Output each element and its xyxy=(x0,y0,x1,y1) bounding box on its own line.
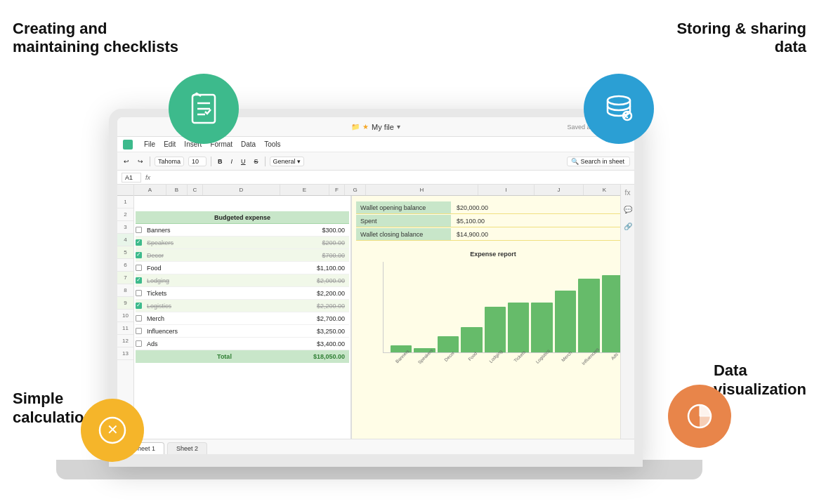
undo-btn[interactable]: ↩ xyxy=(122,157,131,166)
total-amount: $18,050.00 xyxy=(313,353,349,360)
toolbar-sep-3 xyxy=(265,157,266,166)
font-selector[interactable]: Tahoma xyxy=(155,157,184,166)
expense-checkbox[interactable] xyxy=(136,290,142,296)
expense-row: Food$1,100.00 xyxy=(136,262,349,274)
row-11: 11 xyxy=(117,322,133,335)
file-name-area: 📁 ★ My file ▾ xyxy=(351,123,400,131)
chart-container: Expense report $0 $1,000 $2,000 $3,000 $… xyxy=(356,248,630,362)
expense-amount: $300.00 xyxy=(322,227,349,234)
app-logo xyxy=(123,140,133,150)
expense-label: Logistics xyxy=(144,303,317,310)
grid-content: Budgeted expense Banners$300.00Speakers$… xyxy=(134,196,634,454)
expense-checkbox[interactable] xyxy=(136,277,142,284)
pie-chart-icon xyxy=(683,400,716,432)
expense-checkbox[interactable] xyxy=(136,340,142,347)
wallet-value: $20,000.00 xyxy=(451,204,494,211)
expense-amount: $3,400.00 xyxy=(317,340,349,347)
wallet-value: $14,900.00 xyxy=(451,231,494,238)
sidebar-share-icon: 🔗 xyxy=(623,221,633,231)
menu-file[interactable]: File xyxy=(144,140,155,148)
expense-label: Lodging xyxy=(144,277,317,284)
expense-label: Merch xyxy=(144,315,317,322)
wallet-label: Wallet closing balance xyxy=(356,228,451,240)
expense-row: Banners$300.00 xyxy=(136,224,349,237)
expense-row: Lodging$2,000.00 xyxy=(136,274,349,287)
expense-amount: $2,700.00 xyxy=(317,315,349,322)
expense-panel: Budgeted expense Banners$300.00Speakers$… xyxy=(134,196,352,454)
bold-btn[interactable]: B xyxy=(216,157,225,166)
expense-amount: $2,000.00 xyxy=(317,277,349,284)
row-5: 5 xyxy=(117,246,133,259)
toolbar-sep-2 xyxy=(211,157,211,166)
laptop-screen: 📁 ★ My file ▾ Saved at File Edit Insert … xyxy=(117,117,634,454)
expense-amount: $2,200.00 xyxy=(317,303,349,310)
expense-label: Food xyxy=(144,265,317,272)
col-e: E xyxy=(280,185,329,195)
chart-x-labels: BannersSpeakersDecorFoodLodgingTicketsLo… xyxy=(383,353,630,359)
sidebar-comment-icon: 💬 xyxy=(623,204,633,214)
font-size-selector[interactable]: 10 xyxy=(188,157,207,166)
row-1: 1 xyxy=(117,196,133,208)
formula-bar: A1 fx xyxy=(117,171,634,185)
wallet-row: Spent$5,100.00 xyxy=(356,215,630,227)
expense-checkbox[interactable] xyxy=(136,265,142,271)
expense-checkbox[interactable] xyxy=(136,328,142,334)
wallet-rows: Wallet opening balance$20,000.00Spent$5,… xyxy=(356,201,630,241)
expense-amount: $2,200.00 xyxy=(317,290,349,297)
col-h: H xyxy=(366,185,478,195)
chart-bar xyxy=(485,307,506,352)
row-4: 4 xyxy=(117,234,133,246)
cell-reference[interactable]: A1 xyxy=(122,173,141,183)
menu-tools[interactable]: Tools xyxy=(264,140,280,148)
expense-amount: $3,250.00 xyxy=(317,328,349,335)
data-visualization-label: Data visualization xyxy=(714,362,806,399)
col-k: K xyxy=(584,185,626,195)
expense-checkbox[interactable] xyxy=(136,239,142,246)
col-j: J xyxy=(535,185,584,195)
storing-sharing-label: Storing & sharing data xyxy=(676,20,806,57)
italic-btn[interactable]: I xyxy=(229,157,235,166)
total-row: Total $18,050.00 xyxy=(136,350,349,363)
chart-bar xyxy=(578,279,599,352)
expense-header: Budgeted expense xyxy=(136,211,349,224)
expense-label: Ads xyxy=(144,340,317,347)
row-6: 6 xyxy=(117,259,133,272)
row-header-corner xyxy=(117,185,133,196)
chart-bar xyxy=(508,303,529,353)
database-icon xyxy=(601,91,637,127)
expense-checkbox[interactable] xyxy=(136,315,142,321)
dropdown-arrow: ▾ xyxy=(397,123,400,131)
menu-edit[interactable]: Edit xyxy=(164,140,176,148)
menu-data[interactable]: Data xyxy=(241,140,256,148)
expense-amount: $200.00 xyxy=(322,239,349,246)
expense-label: Speakers xyxy=(144,239,322,246)
sheet-tab-2[interactable]: Sheet 2 xyxy=(167,442,207,454)
redo-btn[interactable]: ↪ xyxy=(136,157,145,166)
expense-row: Tickets$2,200.00 xyxy=(136,287,349,300)
expense-rows: Banners$300.00Speakers$200.00Decor$700.0… xyxy=(136,224,349,350)
file-title: My file xyxy=(372,123,394,131)
col-b: B xyxy=(166,185,188,195)
row-10: 10 xyxy=(117,310,133,322)
expense-row: Ads$3,400.00 xyxy=(136,338,349,350)
empty-row-1 xyxy=(136,199,349,211)
expense-checkbox[interactable] xyxy=(136,303,142,309)
col-f: F xyxy=(329,185,345,195)
search-box[interactable]: 🔍 Search in sheet xyxy=(567,157,630,166)
expense-checkbox[interactable] xyxy=(136,252,142,258)
expense-label: Decor xyxy=(144,252,322,259)
col-g: G xyxy=(345,185,366,195)
expense-label: Banners xyxy=(144,227,322,234)
row-3: 3 xyxy=(117,221,133,234)
chart-bars-area xyxy=(383,262,630,353)
right-sidebar: fx 💬 🔗 xyxy=(620,185,634,454)
col-i: I xyxy=(478,185,535,195)
underline-btn[interactable]: U xyxy=(239,157,248,166)
expense-checkbox[interactable] xyxy=(136,227,142,233)
strikethrough-btn[interactable]: S xyxy=(252,157,261,166)
general-format[interactable]: General ▾ xyxy=(270,157,305,166)
sheet-body: 1 2 3 4 5 6 7 8 9 10 11 12 13 xyxy=(117,185,634,454)
folder-icon: 📁 xyxy=(351,123,360,131)
chart-bar xyxy=(555,291,576,352)
wallet-chart-panel: Wallet opening balance$20,000.00Spent$5,… xyxy=(352,196,634,454)
